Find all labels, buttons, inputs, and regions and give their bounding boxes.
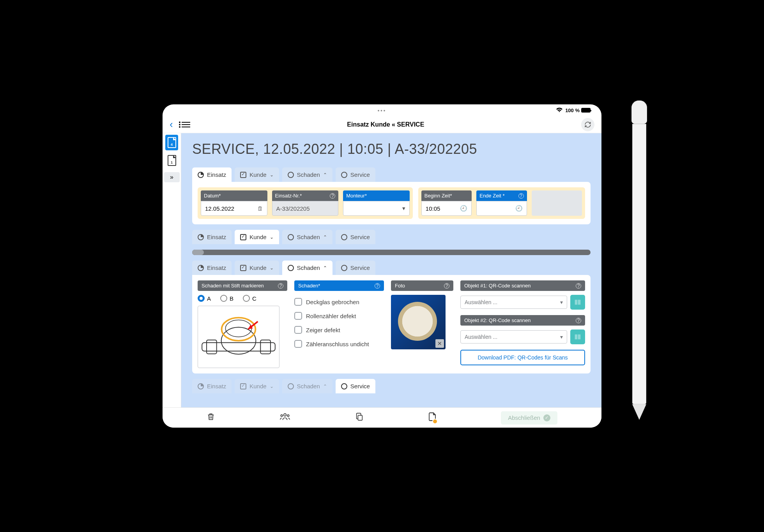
pie-icon <box>198 172 204 178</box>
share-users-button[interactable] <box>280 412 290 423</box>
tab-kunde[interactable]: Kunde⌄ <box>235 230 279 244</box>
tab-schaden[interactable]: Schaden⌃ <box>282 167 332 182</box>
wifi-icon <box>556 107 563 114</box>
bottom-toolbar: Abschließen✓ <box>163 407 601 428</box>
check-circle-icon: ✓ <box>543 414 550 421</box>
label-einsatz-nr: Einsatz-Nr.*? <box>272 190 339 201</box>
label-foto: Foto? <box>391 280 453 291</box>
finish-button[interactable]: Abschließen✓ <box>501 411 557 425</box>
sidebar-doc[interactable]: 1 <box>165 153 178 168</box>
circle-icon <box>341 265 347 271</box>
help-icon[interactable]: ? <box>375 283 380 289</box>
circle-icon <box>288 234 294 240</box>
document-status-button[interactable] <box>428 412 436 423</box>
sidebar-expand-button[interactable]: » <box>164 172 180 182</box>
download-pdf-button[interactable]: Download PDF: QR-Codes für Scans <box>460 350 585 365</box>
label-ende: Ende Zeit *? <box>476 190 527 201</box>
help-icon[interactable]: ? <box>576 283 581 289</box>
help-icon[interactable]: ? <box>330 193 335 199</box>
input-ende[interactable]: 🕘 <box>476 201 527 216</box>
svg-point-5 <box>225 320 251 337</box>
page-title: Einsatz Kunde « SERVICE <box>347 121 424 128</box>
chevron-down-icon: ⌄ <box>270 384 274 389</box>
grabber-dots-icon: ••• <box>378 107 387 113</box>
check-icon <box>240 383 246 389</box>
meter-diagram[interactable] <box>198 306 279 368</box>
tab-einsatz[interactable]: Einsatz <box>192 230 232 244</box>
svg-rect-1 <box>207 340 217 354</box>
tab-einsatz[interactable]: Einsatz <box>192 167 232 182</box>
label-datum: Datum* <box>201 190 267 201</box>
check-icon <box>240 234 246 240</box>
chevron-down-icon: ⌄ <box>270 265 274 271</box>
check-icon <box>240 265 246 271</box>
chevron-up-icon: ⌃ <box>323 234 327 240</box>
delete-photo-button[interactable]: ✕ <box>435 339 444 348</box>
scan-qr1-button[interactable]: ⫴⫴ <box>570 295 585 310</box>
select-monteur[interactable] <box>343 201 410 216</box>
label-qr2: Objekt #2: QR-Code scannen? <box>460 315 585 326</box>
svg-point-8 <box>287 415 289 417</box>
battery-icon <box>581 108 591 113</box>
field-placeholder <box>532 190 582 216</box>
tab-schaden[interactable]: Schaden⌃ <box>282 379 332 393</box>
input-beginn[interactable]: 10:05🕘 <box>421 201 472 216</box>
tab-service[interactable]: Service <box>336 167 375 182</box>
refresh-button[interactable] <box>581 118 594 131</box>
horizontal-scrollbar[interactable] <box>192 250 591 255</box>
help-icon[interactable]: ? <box>278 283 283 289</box>
battery-percent: 100 % <box>565 107 580 113</box>
clock-icon: 🕘 <box>515 205 523 212</box>
input-einsatz-nr: A-33/202205 <box>272 201 339 216</box>
delete-button[interactable] <box>207 412 215 423</box>
circle-icon <box>288 172 294 178</box>
svg-point-4 <box>222 318 256 341</box>
circle-icon <box>288 383 294 389</box>
list-menu-button[interactable] <box>182 122 190 127</box>
radio-a[interactable]: A <box>198 295 211 302</box>
tab-kunde[interactable]: Kunde⌄ <box>235 261 279 275</box>
check-deckglas[interactable]: Deckglas gebrochen <box>294 295 384 309</box>
check-anschluss[interactable]: Zähleranschluss undicht <box>294 337 384 351</box>
tab-einsatz[interactable]: Einsatz <box>192 261 232 275</box>
copy-button[interactable] <box>355 412 364 423</box>
radio-b[interactable]: B <box>220 295 233 302</box>
tab-kunde[interactable]: Kunde⌄ <box>235 379 279 393</box>
check-rollenzaehler[interactable]: Rollenzähler defekt <box>294 309 384 323</box>
svg-rect-9 <box>358 415 362 420</box>
help-icon[interactable]: ? <box>444 283 449 289</box>
back-button[interactable]: ‹ <box>170 118 173 130</box>
chevron-down-icon: ▾ <box>560 334 563 340</box>
tab-kunde[interactable]: Kunde⌄ <box>235 167 279 182</box>
select-qr2[interactable]: Auswählen ...▾ <box>460 330 567 344</box>
check-icon <box>240 172 246 178</box>
sidebar-doc-active[interactable]: 4 <box>165 135 178 150</box>
circle-icon <box>341 172 347 178</box>
chevron-down-icon: ⌄ <box>270 172 274 178</box>
pie-icon <box>198 383 204 389</box>
tab-service[interactable]: Service <box>336 230 375 244</box>
circle-icon <box>341 234 347 240</box>
input-datum[interactable]: 12.05.2022🗓 <box>201 201 267 216</box>
document-icon: 1 <box>168 155 176 166</box>
tab-service[interactable]: Service <box>336 261 375 275</box>
label-mark: Schaden mit Stift markieren? <box>198 280 287 291</box>
help-icon[interactable]: ? <box>576 318 581 323</box>
tab-schaden[interactable]: Schaden⌃ <box>282 230 332 244</box>
calendar-icon: 🗓 <box>257 205 263 212</box>
photo-thumbnail[interactable]: ✕ <box>391 295 446 349</box>
radio-c[interactable]: C <box>243 295 256 302</box>
meter-photo-icon <box>398 302 437 341</box>
tab-einsatz[interactable]: Einsatz <box>192 379 232 393</box>
barcode-icon: ⫴⫴ <box>575 298 581 307</box>
help-icon[interactable]: ? <box>518 193 524 199</box>
circle-icon <box>341 383 347 389</box>
label-monteur: Monteur* <box>343 190 410 201</box>
select-qr1[interactable]: Auswählen ...▾ <box>460 296 567 309</box>
scan-qr2-button[interactable]: ⫴⫴ <box>570 329 585 344</box>
tab-service[interactable]: Service <box>336 379 375 393</box>
sidebar: 4 1 » <box>163 133 181 407</box>
tab-schaden[interactable]: Schaden⌃ <box>282 261 332 275</box>
svg-rect-0 <box>202 343 275 351</box>
check-zeiger[interactable]: Zeiger defekt <box>294 323 384 337</box>
